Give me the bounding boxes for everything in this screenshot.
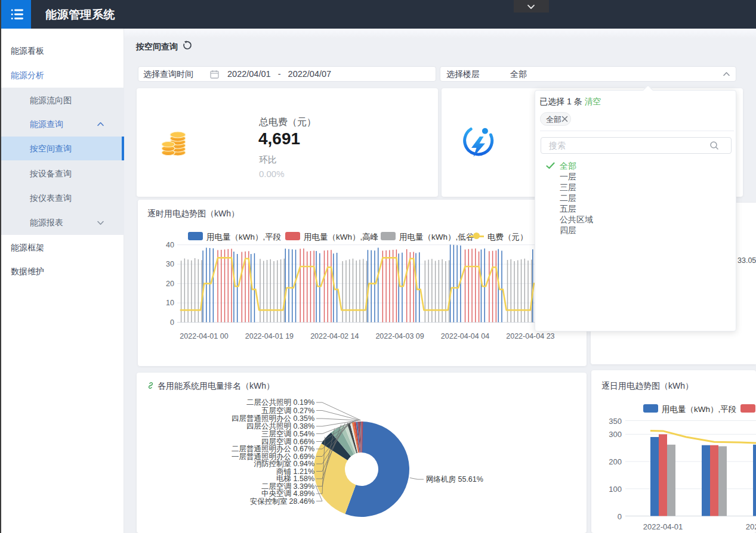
svg-text:2022-04-04 04: 2022-04-04 04	[441, 332, 489, 340]
svg-text:2022-04-03 09: 2022-04-03 09	[375, 332, 424, 340]
svg-text:300: 300	[609, 430, 622, 439]
svg-text:2022-04-03: 2022-04-03	[746, 522, 756, 531]
svg-text:200: 200	[609, 457, 622, 466]
svg-text:20: 20	[166, 280, 174, 288]
svg-text:0: 0	[618, 512, 622, 521]
svg-text:10: 10	[166, 299, 174, 307]
svg-text:二层公共照明 0.19%: 二层公共照明 0.19%	[246, 398, 314, 407]
svg-text:2022-04-01: 2022-04-01	[643, 522, 683, 531]
svg-text:五层空调 0.27%: 五层空调 0.27%	[261, 407, 314, 415]
svg-text:0: 0	[170, 318, 174, 327]
svg-text:2022-04-02 14: 2022-04-02 14	[310, 332, 359, 340]
svg-text:2022-04-01 00: 2022-04-01 00	[180, 332, 228, 340]
svg-text:2022-04-04 23: 2022-04-04 23	[506, 332, 554, 340]
svg-text:350: 350	[609, 417, 622, 426]
svg-text:网络机房 55.61%: 网络机房 55.61%	[426, 475, 483, 484]
svg-text:2022-04-01 19: 2022-04-01 19	[245, 332, 294, 340]
svg-text:100: 100	[609, 485, 622, 494]
svg-text:四层普通照明办公 0.35%: 四层普通照明办公 0.35%	[232, 414, 314, 423]
svg-text:三层空调 0.54%: 三层空调 0.54%	[261, 430, 314, 438]
svg-text:40: 40	[166, 241, 174, 249]
svg-text:安保控制室 28.46%: 安保控制室 28.46%	[250, 497, 314, 506]
svg-text:30: 30	[166, 260, 174, 268]
